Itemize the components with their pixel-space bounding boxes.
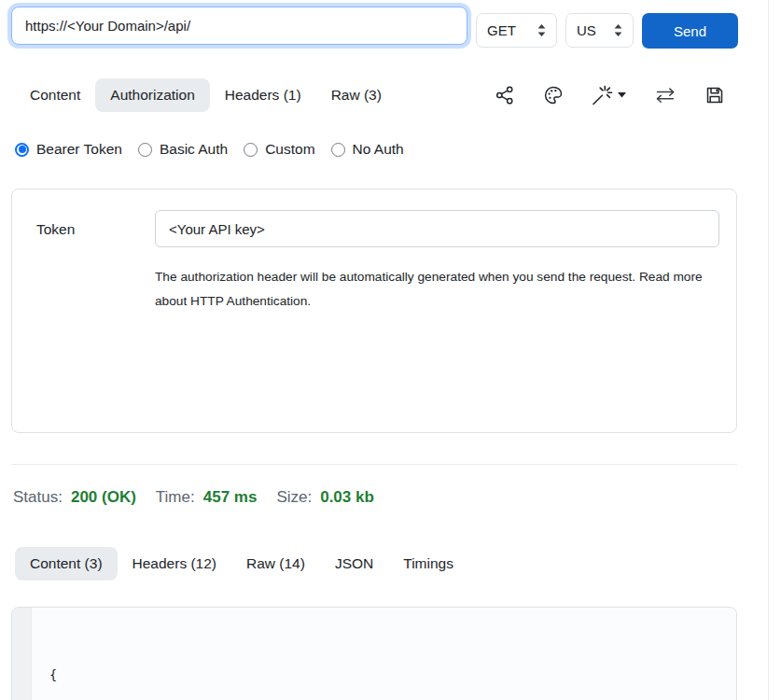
size-label: Size: — [276, 488, 312, 507]
token-help-text: The authorization header will be automat… — [155, 265, 703, 313]
send-button[interactable]: Send — [642, 13, 738, 49]
section-divider — [11, 464, 737, 465]
auth-option-basic-auth[interactable]: Basic Auth — [138, 141, 228, 158]
share-icon[interactable] — [495, 85, 515, 105]
region-select-value: US — [577, 22, 596, 38]
toolbar — [495, 82, 725, 108]
bearer-token-panel: Token The authorization header will be a… — [11, 189, 737, 433]
status-value: 200 (OK) — [71, 488, 136, 507]
tab-raw[interactable]: Raw (3) — [316, 78, 397, 112]
auth-option-bearer-token[interactable]: Bearer Token — [15, 141, 122, 158]
code-gutter — [12, 608, 32, 700]
token-help-line-2: about HTTP Authentication. — [155, 289, 703, 314]
select-spinner-icon — [537, 24, 546, 36]
code-line: { — [49, 664, 270, 687]
tab-response-headers[interactable]: Headers (12) — [118, 547, 231, 581]
time-value: 457 ms — [203, 488, 258, 507]
auth-option-custom[interactable]: Custom — [244, 141, 314, 158]
token-help-line-1: The authorization header will be automat… — [155, 265, 703, 289]
auth-option-label: Bearer Token — [36, 141, 122, 158]
radio-icon[interactable] — [331, 143, 345, 157]
radio-icon[interactable] — [138, 143, 152, 157]
token-input[interactable] — [155, 210, 719, 247]
response-body-viewer[interactable]: { "message": "API running." } — [11, 607, 737, 700]
response-status-bar: Status: 200 (OK) Time: 457 ms Size: 0.03… — [13, 488, 394, 507]
magic-wand-menu-icon[interactable] — [592, 85, 626, 105]
save-icon[interactable] — [704, 85, 725, 105]
auth-option-no-auth[interactable]: No Auth — [331, 141, 404, 158]
tab-response-timings[interactable]: Timings — [388, 547, 468, 581]
tab-response-raw[interactable]: Raw (14) — [231, 547, 320, 581]
page-scrollbar-track[interactable] — [768, 0, 769, 700]
request-tabs: Content Authorization Headers (1) Raw (3… — [15, 78, 397, 112]
swap-arrows-icon[interactable] — [654, 86, 676, 105]
size-value: 0.03 kb — [320, 488, 374, 507]
tab-authorization[interactable]: Authorization — [95, 78, 209, 112]
method-select-value: GET — [487, 22, 516, 38]
api-client-page: GET US Send Content Authorization Header… — [0, 0, 781, 700]
palette-icon[interactable] — [543, 85, 564, 105]
tab-headers[interactable]: Headers (1) — [210, 78, 316, 112]
radio-icon[interactable] — [244, 143, 258, 157]
chevron-down-icon — [618, 92, 626, 98]
response-json-code: { "message": "API running." } — [32, 608, 270, 700]
time-label: Time: — [156, 488, 195, 507]
auth-option-label: Basic Auth — [160, 141, 228, 158]
radio-checked-icon[interactable] — [15, 143, 29, 157]
auth-option-label: Custom — [265, 141, 314, 158]
response-tabs: Content (3) Headers (12) Raw (14) JSON T… — [15, 547, 468, 581]
status-label: Status: — [13, 488, 63, 507]
token-label: Token — [36, 221, 75, 238]
method-select[interactable]: GET — [476, 13, 557, 48]
auth-type-options: Bearer Token Basic Auth Custom No Auth — [15, 141, 404, 158]
region-select[interactable]: US — [565, 13, 634, 48]
auth-option-label: No Auth — [353, 141, 404, 158]
tab-content[interactable]: Content — [15, 78, 95, 112]
select-spinner-icon — [614, 24, 622, 36]
url-input[interactable] — [11, 7, 467, 45]
tab-response-json[interactable]: JSON — [320, 547, 388, 581]
tab-response-content[interactable]: Content (3) — [15, 547, 118, 581]
